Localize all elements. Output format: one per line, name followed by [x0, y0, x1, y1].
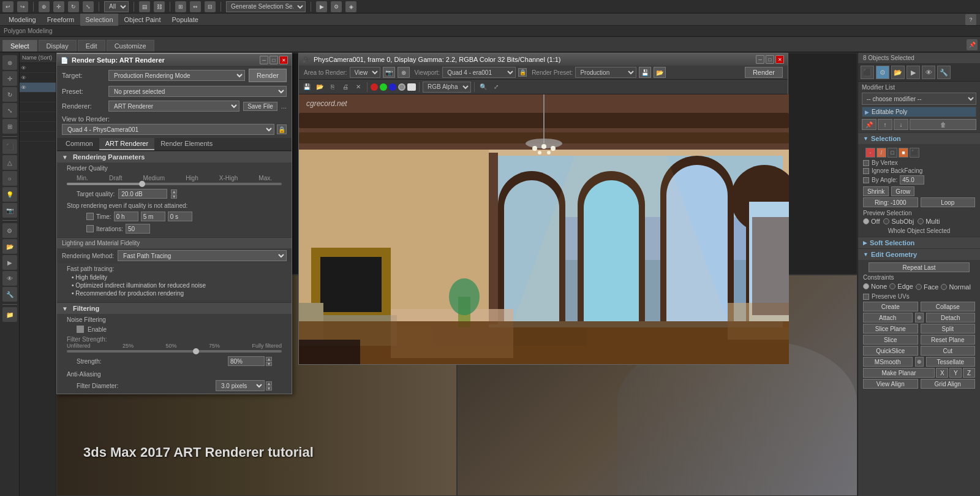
ring-btn[interactable]: Ring: -1000 — [863, 197, 918, 207]
color-white[interactable] — [407, 83, 416, 91]
lighting-section[interactable]: Lighting and Material Fidelity — [57, 237, 292, 248]
undo-icon[interactable]: ↩ — [2, 1, 13, 12]
scene-item[interactable] — [20, 132, 56, 142]
menu-object-paint[interactable]: Object Paint — [119, 13, 166, 26]
area-icon-1[interactable]: 📷 — [383, 67, 395, 78]
make-planar-btn[interactable]: Make Planar — [863, 368, 935, 378]
scene-list[interactable]: 👁 👁 👁 — [20, 63, 56, 496]
slice-btn[interactable]: Slice — [863, 335, 918, 345]
selection-section-header[interactable]: ▼ Selection — [858, 132, 980, 144]
preview-subobj-radio[interactable]: SubObj — [883, 218, 914, 225]
by-angle-checkbox[interactable] — [863, 177, 869, 183]
selection-set-dropdown[interactable]: Generate Selection Se... — [226, 1, 306, 12]
redo-icon[interactable]: ↪ — [17, 1, 28, 12]
polygon-icon[interactable]: ■ — [899, 148, 908, 158]
quickslice-btn[interactable]: QuickSlice — [863, 346, 918, 356]
menu-modeling[interactable]: Modeling — [4, 13, 41, 26]
filter-slider[interactable] — [67, 350, 282, 353]
ignore-backfacing-checkbox[interactable] — [863, 168, 869, 174]
time-h-input[interactable] — [114, 212, 138, 221]
sidebar-display-icon[interactable]: 👁 — [2, 271, 17, 286]
render-setup-title-bar[interactable]: 📄 Render Setup: ART Renderer ─ □ ✕ — [57, 54, 292, 67]
rendering-params-section[interactable]: ▼ Rendering Parameters — [57, 151, 292, 162]
attach-settings-icon[interactable]: ⊕ — [915, 313, 924, 322]
render-window-minimize[interactable]: ─ — [756, 55, 764, 64]
mod-pin-icon[interactable]: 📌 — [862, 119, 876, 130]
sidebar-select-icon[interactable]: ⊕ — [2, 55, 17, 70]
rendering-method-dropdown[interactable]: Fast Path Tracing — [118, 250, 287, 261]
render-zoom-icon[interactable]: 🔍 — [478, 82, 489, 93]
preview-off-radio[interactable]: Off — [863, 218, 880, 225]
rotate-icon[interactable]: ↻ — [68, 1, 79, 12]
menu-populate[interactable]: Populate — [167, 13, 203, 26]
by-angle-input[interactable] — [900, 175, 924, 185]
editable-poly-item[interactable]: ▶ Editable Poly — [862, 107, 976, 116]
render-icon[interactable]: ▶ — [316, 1, 327, 12]
soft-selection-header[interactable]: ▶ Soft Selection — [858, 237, 980, 248]
target-quality-down[interactable]: ▼ — [171, 194, 177, 199]
edge-icon[interactable]: / — [876, 148, 886, 158]
lock-icon[interactable]: 🔒 — [277, 124, 287, 134]
sidebar-hierarchy-icon[interactable]: 📂 — [2, 239, 17, 254]
render-save-icon[interactable]: 💾 — [301, 82, 312, 93]
sidebar-modify-icon[interactable]: ⚙ — [2, 223, 17, 238]
mssmooth-btn[interactable]: MSmooth — [863, 357, 913, 367]
view-to-render-dropdown[interactable]: Quad 4 - PhysCamera001 — [62, 124, 274, 135]
target-dropdown[interactable]: Production Rendering Mode — [108, 70, 245, 81]
preserve-uvs-checkbox[interactable] — [863, 294, 869, 300]
sidebar-scale-icon[interactable]: ⤡ — [2, 103, 17, 118]
render-clone-icon[interactable]: ⎘ — [327, 82, 338, 93]
by-vertex-checkbox[interactable] — [863, 160, 869, 166]
scene-item[interactable] — [20, 93, 56, 102]
grid-align-btn[interactable]: Grid Align — [921, 379, 976, 389]
color-red[interactable] — [371, 83, 378, 91]
render-print-icon[interactable]: 🖨 — [340, 82, 351, 93]
quality-slider-container[interactable] — [67, 183, 282, 188]
channel-dropdown[interactable]: RGB Alpha — [423, 82, 471, 93]
detach-btn[interactable]: Detach — [926, 313, 976, 322]
render-setup-icon[interactable]: ⚙ — [331, 1, 342, 12]
render-button[interactable]: Render — [249, 69, 287, 82]
preset-icon-2[interactable]: 📂 — [654, 67, 666, 78]
modifier-selector[interactable]: -- choose modifier -- — [862, 93, 976, 105]
select-icon[interactable]: ⊕ — [39, 1, 50, 12]
strength-input[interactable] — [228, 356, 265, 366]
strength-down[interactable]: ▼ — [266, 362, 272, 366]
menu-selection[interactable]: Selection — [80, 13, 118, 26]
repeat-last-btn[interactable]: Repeat Last — [869, 262, 970, 272]
filter-diameter-dropdown[interactable]: 3.0 pixels — [216, 380, 265, 391]
material-editor-icon[interactable]: ◈ — [345, 1, 356, 12]
z-btn[interactable]: Z — [963, 368, 975, 378]
tessellate-btn[interactable]: Tessellate — [926, 357, 976, 367]
enable-checkbox[interactable] — [77, 326, 84, 333]
sidebar-camera-icon[interactable]: 📷 — [2, 203, 17, 218]
normal-radio[interactable]: Normal — [941, 283, 970, 291]
mod-delete-icon[interactable]: 🗑 — [910, 119, 976, 130]
diameter-up[interactable]: ▲ — [266, 381, 272, 386]
split-btn[interactable]: Split — [921, 324, 976, 334]
mirror-icon[interactable]: ⇔ — [190, 1, 201, 12]
mssmooth-settings-icon[interactable]: ⊕ — [915, 357, 924, 367]
reset-plane-btn[interactable]: Reset Plane — [921, 335, 976, 345]
panel-minimize-btn[interactable]: ─ — [260, 56, 268, 64]
scene-item-active[interactable]: 👁 — [20, 83, 56, 93]
rp-display-icon[interactable]: 👁 — [922, 66, 935, 79]
render-btn[interactable]: Render — [745, 67, 783, 78]
edit-geometry-header[interactable]: ▼ Edit Geometry — [858, 248, 980, 260]
filtering-section[interactable]: ▼ Filtering — [57, 302, 292, 314]
sidebar-light-icon[interactable]: 💡 — [2, 187, 17, 202]
tab-common[interactable]: Common — [59, 138, 99, 150]
color-circle-outline[interactable] — [398, 83, 405, 91]
sidebar-move-icon[interactable]: ✛ — [2, 71, 17, 86]
preset-dropdown[interactable]: Production — [575, 67, 636, 78]
attach-btn[interactable]: Attach — [863, 313, 913, 322]
tab-edit[interactable]: Edit — [78, 40, 105, 52]
align-icon[interactable]: ⊟ — [205, 1, 216, 12]
edge-radio[interactable]: Edge — [889, 282, 913, 291]
mod-down-icon[interactable]: ↓ — [894, 119, 908, 130]
link-icon[interactable]: ⛓ — [154, 1, 165, 12]
sidebar-snap-icon[interactable]: ⊞ — [2, 119, 17, 134]
create-btn[interactable]: Create — [863, 302, 918, 311]
renderer-dropdown[interactable]: ART Renderer — [108, 101, 239, 112]
strength-up[interactable]: ▲ — [266, 357, 272, 361]
